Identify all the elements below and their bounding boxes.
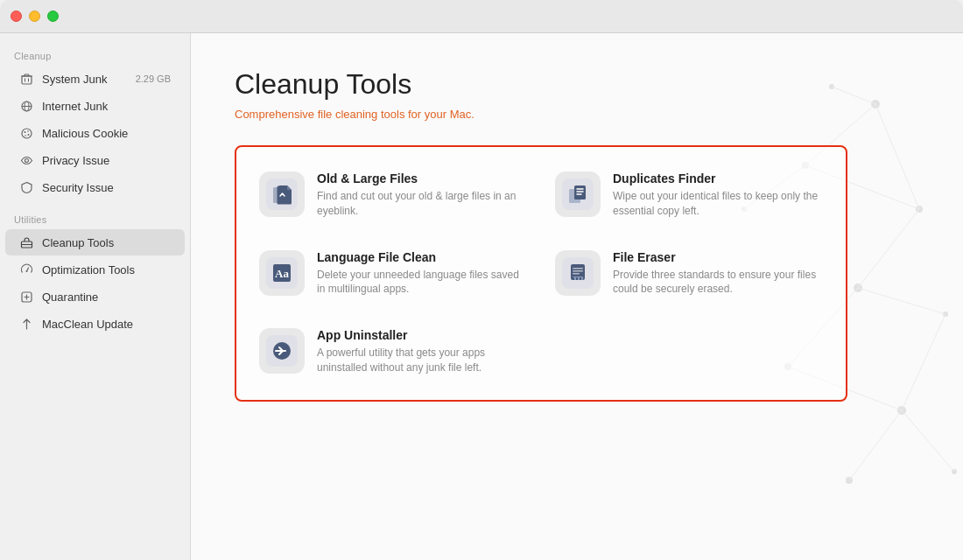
trash-icon	[19, 72, 33, 86]
svg-rect-0	[22, 76, 32, 84]
svg-point-24	[846, 477, 853, 484]
system-junk-label: System Junk	[42, 73, 127, 86]
app-uninstaller-icon-wrap	[259, 328, 305, 374]
duplicates-finder-name: Duplicates Finder	[613, 172, 823, 186]
tool-old-large-files[interactable]: Old & Large Files Find and cut out your …	[245, 156, 541, 234]
svg-point-10	[27, 134, 29, 136]
shield-icon	[19, 180, 33, 194]
sidebar-item-privacy-issue[interactable]: Privacy Issue	[5, 147, 185, 173]
globe-icon	[19, 99, 33, 113]
sidebar-item-macclean-update[interactable]: MacClean Update	[5, 311, 185, 337]
language-file-clean-icon-wrap: Aa	[259, 250, 305, 296]
sidebar-item-internet-junk[interactable]: Internet Junk	[5, 93, 185, 119]
tool-duplicates-finder[interactable]: Duplicates Finder Wipe out your identica…	[541, 156, 837, 234]
svg-rect-54	[573, 277, 574, 280]
old-large-files-icon-wrap	[259, 172, 305, 217]
svg-rect-58	[573, 270, 583, 272]
svg-point-23	[897, 406, 906, 415]
svg-point-11	[25, 135, 26, 136]
arrow-up-icon	[19, 317, 33, 331]
old-large-files-name: Old & Large Files	[317, 172, 527, 186]
sidebar-section-cleanup: Cleanup	[0, 44, 190, 65]
gauge-icon	[19, 262, 33, 276]
svg-rect-55	[576, 277, 578, 280]
svg-line-34	[902, 314, 945, 410]
file-eraser-desc: Provide three standards to ensure your f…	[613, 268, 823, 298]
system-junk-badge: 2.29 GB	[136, 74, 171, 84]
svg-rect-56	[580, 277, 581, 280]
minimize-button[interactable]	[29, 10, 40, 22]
macclean-update-label: MacClean Update	[42, 318, 171, 331]
optimization-tools-label: Optimization Tools	[42, 263, 171, 276]
duplicates-finder-desc: Wipe out your identical files to keep on…	[613, 189, 823, 219]
main-content: Cleanup Tools Comprehensive file cleanin…	[191, 33, 963, 560]
svg-rect-44	[574, 186, 586, 200]
app-uninstaller-name: App Uninstaller	[317, 328, 527, 342]
svg-rect-57	[573, 268, 583, 270]
tool-file-eraser[interactable]: File Eraser Provide three standards to e…	[541, 234, 837, 313]
svg-point-19	[916, 206, 923, 213]
tools-grid-container: Old & Large Files Find and cut out your …	[235, 145, 847, 402]
sidebar-item-quarantine[interactable]: Quarantine	[5, 284, 185, 310]
cookie-icon	[19, 126, 33, 140]
language-file-clean-text: Language File Clean Delete your unneeded…	[317, 250, 527, 298]
sidebar-item-malicious-cookie[interactable]: Malicious Cookie	[5, 120, 185, 146]
old-large-files-text: Old & Large Files Find and cut out your …	[317, 172, 527, 219]
traffic-lights	[11, 10, 59, 22]
svg-line-36	[849, 410, 902, 480]
file-eraser-text: File Eraser Provide three standards to e…	[613, 250, 823, 298]
title-bar	[0, 0, 963, 33]
sidebar-item-system-junk[interactable]: System Junk 2.29 GB	[5, 66, 185, 92]
svg-point-8	[24, 131, 25, 133]
tools-grid: Old & Large Files Find and cut out your …	[245, 156, 837, 391]
eye-icon	[19, 153, 33, 167]
old-large-files-desc: Find and cut out your old & large files …	[317, 189, 527, 219]
svg-text:Aa: Aa	[275, 267, 289, 280]
sidebar-item-security-issue[interactable]: Security Issue	[5, 174, 185, 200]
tool-app-uninstaller[interactable]: App Uninstaller A powerful utility that …	[245, 312, 541, 391]
cleanup-tools-label: Cleanup Tools	[42, 236, 171, 249]
language-file-clean-desc: Delete your unneeded language files save…	[317, 268, 527, 298]
svg-point-15	[25, 270, 27, 272]
quarantine-icon	[19, 290, 33, 304]
app-uninstaller-text: App Uninstaller A powerful utility that …	[317, 328, 527, 375]
privacy-issue-label: Privacy Issue	[42, 154, 171, 167]
toolbox-icon	[19, 235, 33, 249]
svg-point-12	[25, 158, 28, 162]
page-title: Cleanup Tools	[235, 68, 919, 101]
svg-point-9	[27, 130, 29, 132]
file-eraser-icon-wrap	[555, 250, 601, 296]
sidebar-item-cleanup-tools[interactable]: Cleanup Tools	[5, 229, 185, 256]
tool-language-file-clean[interactable]: Aa Language File Clean Delete your unnee…	[245, 234, 541, 313]
sidebar: Cleanup System Junk 2.29 GB	[0, 33, 191, 560]
svg-point-21	[943, 312, 948, 317]
svg-rect-59	[573, 273, 580, 275]
app-uninstaller-desc: A powerful utility that gets your apps u…	[317, 346, 527, 375]
app-container: Cleanup System Junk 2.29 GB	[0, 33, 963, 560]
security-issue-label: Security Issue	[42, 181, 171, 194]
page-subtitle: Comprehensive file cleaning tools for yo…	[235, 108, 919, 121]
svg-line-31	[858, 209, 919, 288]
close-button[interactable]	[11, 10, 22, 22]
svg-line-37	[902, 410, 954, 472]
svg-point-20	[854, 284, 862, 292]
svg-point-25	[952, 469, 957, 474]
malicious-cookie-label: Malicious Cookie	[42, 127, 171, 140]
maximize-button[interactable]	[47, 10, 59, 22]
quarantine-label: Quarantine	[42, 290, 171, 304]
duplicates-finder-icon-wrap	[555, 172, 601, 217]
duplicates-finder-text: Duplicates Finder Wipe out your identica…	[613, 172, 823, 219]
sidebar-section-utilities: Utilities	[0, 207, 190, 228]
svg-line-32	[858, 288, 945, 314]
file-eraser-name: File Eraser	[613, 250, 823, 264]
sidebar-item-optimization-tools[interactable]: Optimization Tools	[5, 256, 185, 283]
language-file-clean-name: Language File Clean	[317, 250, 527, 264]
svg-point-7	[22, 129, 32, 138]
internet-junk-label: Internet Junk	[42, 100, 171, 113]
